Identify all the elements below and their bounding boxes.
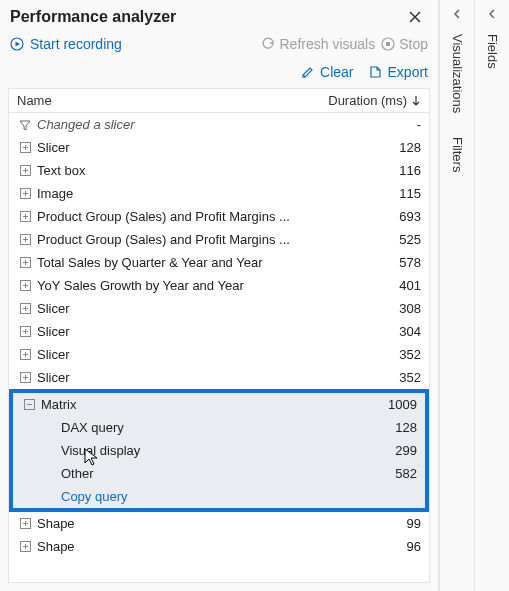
table-row[interactable]: Matrix1009 — [13, 393, 425, 416]
stop-label: Stop — [399, 36, 428, 52]
row-duration: 578 — [351, 255, 421, 270]
plus-icon[interactable] — [17, 257, 33, 268]
row-name: Slicer — [33, 301, 351, 316]
row-name: Shape — [33, 516, 351, 531]
row-name: Slicer — [33, 140, 351, 155]
table-row[interactable]: Other582 — [13, 462, 425, 485]
table-row[interactable]: Image115 — [9, 182, 429, 205]
row-name: Product Group (Sales) and Profit Margins… — [33, 209, 351, 224]
chevron-left-icon[interactable] — [448, 4, 466, 24]
row-duration: 299 — [347, 443, 417, 458]
highlighted-section: Matrix1009DAX query128Visual display299O… — [9, 389, 429, 512]
row-duration: 401 — [351, 278, 421, 293]
plus-icon[interactable] — [17, 326, 33, 337]
row-duration: 128 — [347, 420, 417, 435]
table-row[interactable]: Visual display299 — [13, 439, 425, 462]
export-label: Export — [388, 64, 428, 80]
column-name[interactable]: Name — [9, 89, 319, 112]
sort-down-icon — [411, 95, 421, 107]
export-button[interactable]: Export — [368, 64, 428, 80]
table-row[interactable]: Product Group (Sales) and Profit Margins… — [9, 205, 429, 228]
row-name: Slicer — [33, 347, 351, 362]
table-row[interactable]: Slicer352 — [9, 366, 429, 389]
row-name: YoY Sales Growth by Year and Year — [33, 278, 351, 293]
row-name: Slicer — [33, 370, 351, 385]
row-duration: 115 — [351, 186, 421, 201]
row-duration: 1009 — [347, 397, 417, 412]
table-row[interactable]: Slicer308 — [9, 297, 429, 320]
start-recording-button[interactable]: Start recording — [10, 36, 122, 52]
row-duration: 582 — [347, 466, 417, 481]
row-duration: 525 — [351, 232, 421, 247]
refresh-icon — [261, 37, 275, 51]
table-row[interactable]: Slicer352 — [9, 343, 429, 366]
visualizations-pane-collapsed[interactable]: Visualizations Filters — [439, 0, 474, 591]
plus-icon[interactable] — [17, 234, 33, 245]
clear-button[interactable]: Clear — [300, 64, 353, 80]
table-header: Name Duration (ms) — [9, 89, 429, 113]
copy-query-link[interactable]: Copy query — [13, 485, 425, 508]
pane-title: Performance analyzer — [10, 8, 176, 26]
row-name: Shape — [33, 539, 351, 554]
record-icon — [10, 37, 24, 51]
copy-query-label: Copy query — [37, 489, 127, 504]
minus-icon[interactable] — [21, 399, 37, 410]
table-row[interactable]: Total Sales by Quarter & Year and Year57… — [9, 251, 429, 274]
row-name: Matrix — [37, 397, 347, 412]
performance-analyzer-pane: Performance analyzer Start recording Ref… — [0, 0, 439, 591]
filters-label: Filters — [450, 137, 465, 172]
row-duration: 96 — [351, 539, 421, 554]
table-row[interactable]: Changed a slicer- — [9, 113, 429, 136]
close-icon[interactable] — [402, 8, 428, 26]
refresh-visuals-button: Refresh visuals — [261, 36, 375, 52]
table-row[interactable]: Product Group (Sales) and Profit Margins… — [9, 228, 429, 251]
plus-icon[interactable] — [17, 280, 33, 291]
refresh-label: Refresh visuals — [279, 36, 375, 52]
row-name: Other — [37, 466, 347, 481]
plus-icon[interactable] — [17, 349, 33, 360]
table-row[interactable]: Shape96 — [9, 535, 429, 558]
table-row[interactable]: Slicer304 — [9, 320, 429, 343]
row-duration: 116 — [351, 163, 421, 178]
row-duration: 693 — [351, 209, 421, 224]
row-name: Slicer — [33, 324, 351, 339]
visualizations-label: Visualizations — [450, 34, 465, 113]
chevron-left-icon[interactable] — [483, 4, 501, 24]
plus-icon[interactable] — [17, 372, 33, 383]
plus-icon[interactable] — [17, 541, 33, 552]
plus-icon[interactable] — [17, 142, 33, 153]
results-table: Name Duration (ms) Changed a slicer-Slic… — [8, 88, 430, 583]
row-duration: 352 — [351, 370, 421, 385]
table-row[interactable]: Shape99 — [9, 512, 429, 535]
svg-rect-2 — [386, 42, 390, 46]
row-name: Changed a slicer — [33, 117, 351, 132]
stop-button: Stop — [381, 36, 428, 52]
table-row[interactable]: Slicer128 — [9, 136, 429, 159]
row-name: Text box — [33, 163, 351, 178]
row-duration: 99 — [351, 516, 421, 531]
row-name: Visual display — [37, 443, 347, 458]
fields-pane-collapsed[interactable]: Fields — [474, 0, 509, 591]
table-row[interactable]: DAX query128 — [13, 416, 425, 439]
column-duration[interactable]: Duration (ms) — [319, 89, 429, 112]
plus-icon[interactable] — [17, 165, 33, 176]
row-duration: 308 — [351, 301, 421, 316]
clear-icon — [300, 65, 314, 79]
plus-icon[interactable] — [17, 188, 33, 199]
plus-icon[interactable] — [17, 211, 33, 222]
clear-label: Clear — [320, 64, 353, 80]
row-name: Image — [33, 186, 351, 201]
table-row[interactable]: Text box116 — [9, 159, 429, 182]
fields-label: Fields — [485, 34, 500, 69]
stop-icon — [381, 37, 395, 51]
table-row[interactable]: YoY Sales Growth by Year and Year401 — [9, 274, 429, 297]
row-name: Product Group (Sales) and Profit Margins… — [33, 232, 351, 247]
filter-icon — [17, 119, 33, 131]
start-recording-label: Start recording — [30, 36, 122, 52]
table-body[interactable]: Changed a slicer-Slicer128Text box116Ima… — [9, 113, 429, 582]
row-name: DAX query — [37, 420, 347, 435]
row-name: Total Sales by Quarter & Year and Year — [33, 255, 351, 270]
plus-icon[interactable] — [17, 303, 33, 314]
plus-icon[interactable] — [17, 518, 33, 529]
row-duration: 304 — [351, 324, 421, 339]
